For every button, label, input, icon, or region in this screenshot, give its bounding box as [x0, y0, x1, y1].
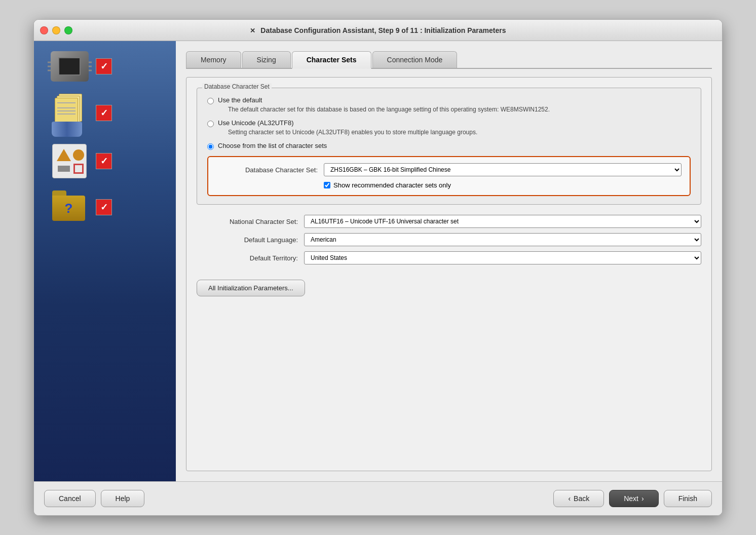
- back-chevron-icon: ‹: [568, 494, 571, 503]
- db-charset-select[interactable]: ZHS16GBK – GBK 16-bit Simplified Chinese…: [324, 163, 682, 176]
- db-charset-label: Database Character Set:: [216, 166, 318, 174]
- check-icon-2: ✓: [96, 105, 112, 121]
- all-init-params-button[interactable]: All Initialization Parameters...: [197, 280, 305, 296]
- title-icon: ✕: [250, 27, 255, 34]
- question-mark-icon: ?: [65, 201, 73, 216]
- radio-use-default[interactable]: [207, 98, 214, 104]
- option-choose-list[interactable]: Choose from the list of character sets: [207, 142, 691, 150]
- bottom-left-buttons: Cancel Help: [44, 490, 144, 507]
- folder-icon-area: ?: [49, 190, 90, 223]
- back-label: Back: [574, 494, 589, 503]
- tab-bar: Memory Sizing Character Sets Connection …: [186, 51, 712, 69]
- default-language-row: Default Language: American British Germa…: [197, 233, 701, 246]
- section-label: Database Character Set: [202, 83, 272, 90]
- docs-db-icon: [52, 94, 87, 132]
- docs-icon-area: [49, 94, 90, 132]
- sidebar-item-chip: ✓: [49, 51, 161, 82]
- radio-use-default-desc: The default character set for this datab…: [228, 106, 550, 113]
- radio-use-unicode-desc: Setting character set to Unicode (AL32UT…: [228, 129, 477, 136]
- highlighted-charset-box: Database Character Set: ZHS16GBK – GBK 1…: [207, 156, 691, 196]
- default-language-label: Default Language:: [197, 236, 298, 244]
- radio-use-unicode-label[interactable]: Use Unicode (AL32UTF8): [218, 119, 294, 127]
- db-charset-field-row: Database Character Set: ZHS16GBK – GBK 1…: [216, 163, 682, 176]
- chip-icon-area: [49, 51, 90, 82]
- db-charset-section: Database Character Set Use the default T…: [197, 88, 701, 205]
- window-controls: [40, 26, 72, 34]
- sidebar: ✓: [34, 41, 176, 481]
- finish-button[interactable]: Finish: [664, 490, 712, 507]
- next-label: Next: [624, 494, 638, 503]
- tab-connection-mode[interactable]: Connection Mode: [372, 51, 458, 68]
- maximize-button[interactable]: [64, 26, 72, 34]
- national-charset-label: National Character Set:: [197, 218, 298, 225]
- show-recommended-row[interactable]: Show recommended character sets only: [324, 181, 682, 189]
- default-territory-row: Default Territory: United States United …: [197, 251, 701, 264]
- sidebar-graphics: ✓: [39, 51, 171, 223]
- show-recommended-label[interactable]: Show recommended character sets only: [333, 181, 451, 189]
- check-icon-3: ✓: [96, 153, 112, 169]
- sidebar-item-shapes: ✓: [49, 144, 161, 178]
- content-panel: Database Character Set Use the default T…: [186, 77, 712, 471]
- radio-choose-list-label[interactable]: Choose from the list of character sets: [218, 142, 327, 149]
- radio-use-unicode[interactable]: [207, 121, 214, 127]
- next-chevron-icon: ›: [641, 494, 644, 503]
- back-button[interactable]: ‹ Back: [553, 490, 604, 507]
- sidebar-item-folder: ? ✓: [49, 190, 161, 223]
- national-charset-row: National Character Set: AL16UTF16 – Unic…: [197, 215, 701, 228]
- radio-use-default-label[interactable]: Use the default: [218, 96, 262, 104]
- sidebar-item-docs: ✓: [49, 94, 161, 132]
- default-territory-select[interactable]: United States United Kingdom Germany Fra…: [304, 251, 701, 264]
- option-use-unicode[interactable]: Use Unicode (AL32UTF8) Setting character…: [207, 119, 691, 136]
- bottom-right-buttons: ‹ Back Next › Finish: [553, 490, 712, 507]
- national-charset-select[interactable]: AL16UTF16 – Unicode UTF-16 Universal cha…: [304, 215, 701, 228]
- main-window: ✕ Database Configuration Assistant, Step…: [33, 19, 723, 516]
- option-use-default[interactable]: Use the default The default character se…: [207, 96, 691, 113]
- right-panel: Memory Sizing Character Sets Connection …: [176, 41, 722, 481]
- minimize-button[interactable]: [52, 26, 60, 34]
- chip-icon: [51, 51, 89, 82]
- tab-character-sets[interactable]: Character Sets: [292, 51, 371, 69]
- tab-sizing[interactable]: Sizing: [242, 51, 291, 68]
- shapes-icon-area: [49, 144, 90, 178]
- bottom-bar: Cancel Help ‹ Back Next › Finish: [34, 481, 722, 515]
- close-button[interactable]: [40, 26, 48, 34]
- tab-memory[interactable]: Memory: [186, 51, 241, 68]
- next-button[interactable]: Next ›: [609, 490, 658, 507]
- radio-choose-list[interactable]: [207, 143, 214, 150]
- default-language-select[interactable]: American British German French: [304, 233, 701, 246]
- main-content: ✓: [34, 41, 722, 481]
- window-title: ✕ Database Configuration Assistant, Step…: [250, 26, 506, 34]
- default-territory-label: Default Territory:: [197, 254, 298, 262]
- show-recommended-checkbox[interactable]: [324, 182, 330, 188]
- check-icon-4: ✓: [96, 199, 112, 215]
- help-button[interactable]: Help: [101, 490, 145, 507]
- check-icon-1: ✓: [96, 58, 112, 74]
- all-params-area: All Initialization Parameters...: [197, 280, 701, 296]
- titlebar: ✕ Database Configuration Assistant, Step…: [34, 20, 722, 41]
- folder-icon: ?: [52, 190, 87, 223]
- shapes-icon: [52, 144, 87, 178]
- cancel-button[interactable]: Cancel: [44, 490, 96, 507]
- lower-fields: National Character Set: AL16UTF16 – Unic…: [197, 215, 701, 264]
